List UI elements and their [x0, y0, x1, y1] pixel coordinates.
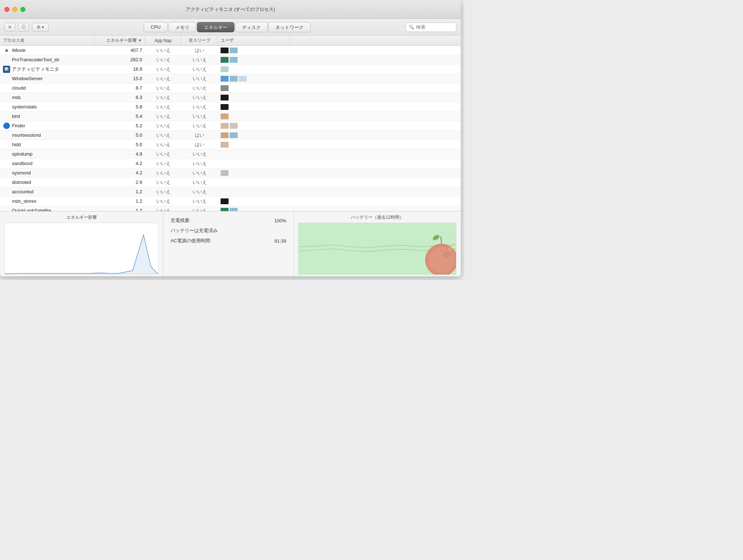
cell-nosleep-6: いいえ [181, 102, 218, 111]
cell-user-8 [218, 121, 290, 130]
cell-energy-12: 4.2 [94, 159, 145, 168]
cell-appnap-4: いいえ [145, 83, 181, 92]
cell-name-6: systemstats [0, 102, 94, 111]
cell-name-16: mds_stores [0, 197, 94, 206]
table-row[interactable]: cloudd8.7いいえいいえ [0, 83, 461, 93]
process-name: systemstats [12, 104, 37, 110]
col-header-energy[interactable]: エネルギー影響 ▼ [94, 36, 145, 45]
cell-appnap-14: いいえ [145, 178, 181, 187]
tab-network[interactable]: ネットワーク [268, 22, 311, 32]
cell-name-14: distnoted [0, 178, 94, 187]
table-row[interactable]: 📊アクティビティモニタ16.9いいえいいえ [0, 65, 461, 74]
energy-chart-canvas [4, 223, 159, 275]
user-color-swatch [221, 76, 229, 82]
tab-cpu[interactable]: CPU [144, 22, 167, 32]
battery-note: バッテリーは充電済み [171, 227, 286, 234]
user-color-swatch [221, 114, 229, 119]
table-row[interactable]: mds_stores1.2いいえいいえ [0, 197, 461, 206]
col-header-nosleep[interactable]: 非スリープ [181, 36, 218, 45]
table-row[interactable]: bird5.4いいえいいえ [0, 112, 461, 121]
cell-nosleep-2: いいえ [181, 65, 218, 74]
process-name: ProTranscoderTool_sb [12, 57, 59, 62]
table-row[interactable]: mds6.3いいえいいえ [0, 93, 461, 102]
cell-appnap-2: いいえ [145, 65, 181, 74]
table-row[interactable]: QuickLookSatellite1.2いいえいいえ [0, 206, 461, 211]
process-name: sysmond [12, 170, 31, 176]
info-button[interactable]: ⓘ [18, 23, 29, 32]
table-body: ★iMovie407.7いいえはいProTranscoderTool_sb282… [0, 46, 461, 211]
process-name: cloudd [12, 85, 26, 91]
user-color-swatch [230, 123, 238, 129]
tab-disk[interactable]: ディスク [235, 22, 268, 32]
cell-name-10: hidd [0, 140, 94, 149]
table-row[interactable]: distnoted2.9いいえいいえ [0, 178, 461, 187]
cell-energy-3: 15.0 [94, 74, 145, 83]
cell-energy-14: 2.9 [94, 178, 145, 187]
user-color-swatch [221, 85, 229, 91]
cell-appnap-6: いいえ [145, 102, 181, 111]
process-name: accountsd [12, 189, 33, 194]
cell-nosleep-9: はい [181, 131, 218, 140]
gear-button[interactable]: ⚙ ▾ [32, 23, 49, 32]
table-row[interactable]: hidd5.0いいえはい [0, 140, 461, 149]
charge-value: 100% [274, 218, 286, 223]
cell-user-12 [218, 159, 290, 168]
user-color-swatch [230, 48, 238, 53]
cell-nosleep-12: いいえ [181, 159, 218, 168]
close-button[interactable] [4, 7, 9, 12]
cell-nosleep-0: はい [181, 46, 218, 55]
table-row[interactable]: systemstats5.8いいえいいえ [0, 102, 461, 112]
cell-appnap-0: いいえ [145, 46, 181, 55]
cell-name-4: cloudd [0, 83, 94, 92]
cell-name-0: ★iMovie [0, 46, 94, 55]
cell-user-11 [218, 149, 290, 158]
cell-user-14 [218, 178, 290, 187]
cell-nosleep-3: いいえ [181, 74, 218, 83]
col-header-appnap[interactable]: App Nap [145, 36, 181, 45]
cell-appnap-3: いいえ [145, 74, 181, 83]
cell-energy-4: 8.7 [94, 83, 145, 92]
table-row[interactable]: accountsd1.2いいえいいえ [0, 187, 461, 197]
user-color-swatch [230, 57, 238, 63]
cell-appnap-8: いいえ [145, 121, 181, 130]
cell-name-17: QuickLookSatellite [0, 206, 94, 211]
col-user-label: ユーザ [221, 37, 234, 44]
table-row[interactable]: spindump4.8いいえいいえ [0, 149, 461, 159]
search-box[interactable]: 🔍 [406, 22, 456, 32]
column-headers: プロセス名 エネルギー影響 ▼ App Nap 非スリープ ユーザ [0, 36, 461, 46]
col-header-user[interactable]: ユーザ [218, 36, 290, 45]
cell-energy-5: 6.3 [94, 93, 145, 102]
minimize-button[interactable] [12, 7, 17, 12]
col-header-name[interactable]: プロセス名 [0, 36, 94, 45]
cell-name-13: sysmond [0, 168, 94, 177]
cell-name-12: sandboxd [0, 159, 94, 168]
process-name: nsurlsessiond [12, 132, 41, 138]
tab-energy[interactable]: エネルギー [197, 22, 234, 32]
ac-value: 81:39 [274, 238, 286, 244]
maximize-button[interactable] [20, 7, 25, 12]
cell-nosleep-14: いいえ [181, 178, 218, 187]
cell-appnap-17: いいえ [145, 206, 181, 211]
table-row[interactable]: 🔵Finder5.2いいえいいえ [0, 121, 461, 131]
table-row[interactable]: sandboxd4.2いいえいいえ [0, 159, 461, 168]
cell-energy-10: 5.0 [94, 140, 145, 149]
search-input[interactable] [416, 24, 452, 30]
cell-energy-16: 1.2 [94, 197, 145, 206]
table-row[interactable]: WindowServer15.0いいえいいえ [0, 74, 461, 83]
user-color-swatch [221, 95, 229, 100]
table-row[interactable]: ★iMovie407.7いいえはい [0, 46, 461, 55]
cell-user-15 [218, 187, 290, 196]
cell-user-4 [218, 83, 290, 92]
cell-user-7 [218, 112, 290, 121]
user-color-swatch [230, 208, 238, 211]
svg-line-6 [441, 236, 442, 244]
process-name: mds [12, 95, 21, 100]
process-name: distnoted [12, 180, 31, 185]
cell-nosleep-16: いいえ [181, 197, 218, 206]
table-row[interactable]: sysmond4.2いいえいいえ [0, 168, 461, 178]
tab-memory[interactable]: メモリ [168, 22, 196, 32]
close-x-button[interactable]: ✕ [4, 23, 15, 32]
cell-appnap-11: いいえ [145, 149, 181, 158]
table-row[interactable]: nsurlsessiond5.0いいえはい [0, 131, 461, 140]
table-row[interactable]: ProTranscoderTool_sb282.0いいえいいえ [0, 55, 461, 65]
